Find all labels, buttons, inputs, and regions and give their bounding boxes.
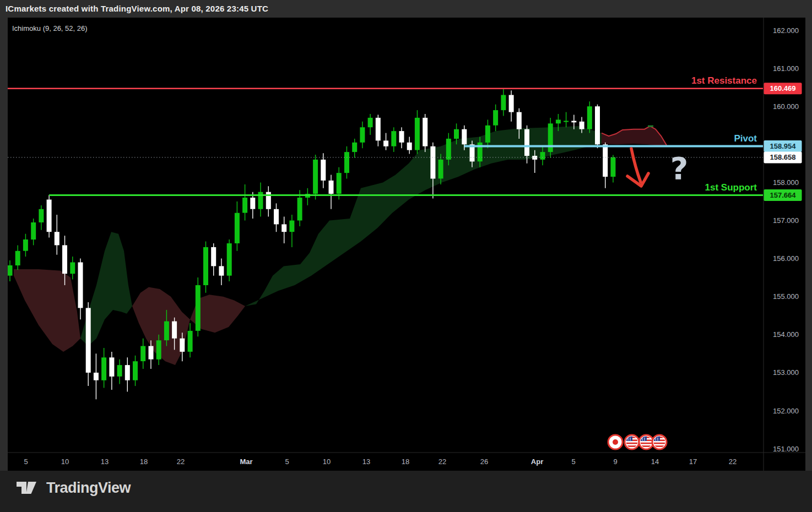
x-axis-tick: 22 (177, 457, 185, 466)
candle (266, 186, 271, 216)
candle (227, 239, 232, 281)
x-axis-tick: 9 (613, 457, 617, 466)
candle (31, 219, 36, 245)
price-chart: 162.000161.000160.000158.000157.000156.0… (8, 18, 805, 471)
candle (399, 127, 404, 148)
candle (587, 101, 592, 133)
candle (493, 105, 498, 131)
candle (55, 215, 59, 255)
candle (595, 105, 600, 149)
candle (203, 242, 208, 293)
candle (258, 182, 263, 216)
candle (368, 114, 373, 135)
candle (321, 153, 326, 188)
y-axis-tick: 155.000 (773, 292, 799, 301)
candle (196, 277, 201, 336)
axes[interactable]: 162.000161.000160.000158.000157.000156.0… (8, 18, 805, 471)
candle (8, 260, 13, 281)
candle (383, 133, 388, 150)
tradingview-logo-icon (14, 476, 40, 499)
x-axis-tick: 18 (140, 457, 148, 466)
candle (47, 195, 52, 237)
us-flag-icon[interactable] (639, 435, 653, 449)
candle (117, 360, 122, 384)
cloud-segment-maroon (14, 269, 80, 352)
resistance-label: 1st Resistance (691, 75, 757, 86)
candle (23, 234, 28, 257)
svg-text:158.658: 158.658 (770, 153, 796, 161)
y-axis-tick: 152.000 (773, 407, 799, 415)
snapshot-title: ICmarkets created with TradingView.com, … (6, 0, 268, 18)
candle (125, 357, 130, 391)
candle (235, 201, 240, 251)
candle (211, 243, 216, 276)
svg-text:158.954: 158.954 (770, 142, 797, 150)
x-axis-tick: 5 (285, 457, 289, 466)
x-axis-tick: 17 (689, 457, 697, 466)
svg-text:157.664: 157.664 (770, 191, 797, 199)
candle (509, 90, 514, 122)
level-labels: 1st ResistancePivot1st Support (691, 75, 757, 193)
down-arrow-shaft (631, 149, 641, 182)
candle (133, 356, 138, 386)
ichimoku-cloud (14, 126, 667, 365)
candle (564, 112, 569, 128)
svg-text:160.469: 160.469 (770, 84, 796, 92)
candle (15, 245, 20, 270)
candle (407, 137, 412, 154)
last-price-price-badge: 158.658 (764, 151, 802, 163)
candle (289, 215, 294, 247)
jp-flag-icon[interactable] (608, 435, 622, 449)
x-axis-tick: Apr (531, 457, 543, 466)
x-axis-tick: 26 (480, 457, 488, 466)
candle (430, 143, 435, 199)
candle (423, 114, 427, 152)
support-price-badge: 157.664 (764, 189, 802, 201)
y-axis-tick: 161.000 (773, 64, 799, 73)
candle (344, 146, 349, 179)
candle (188, 323, 193, 357)
candle (352, 139, 357, 158)
tradingview-logo[interactable]: TradingView (14, 476, 131, 499)
candle (78, 259, 83, 320)
candle (415, 110, 420, 154)
annotations: ? (627, 149, 688, 186)
candle (101, 348, 106, 388)
candle (391, 127, 396, 152)
x-axis-tick: 10 (61, 457, 69, 466)
candle (86, 302, 91, 386)
y-axis-tick: 157.000 (773, 216, 799, 225)
candle (603, 143, 608, 188)
candle (39, 205, 44, 230)
candle (109, 352, 114, 390)
candle (360, 122, 365, 148)
candle (140, 339, 145, 369)
snapshot-header-bar: ICmarkets created with TradingView.com, … (0, 0, 812, 18)
candle (305, 188, 310, 205)
pivot-price-badge: 158.954 (764, 140, 802, 152)
economic-event-flags[interactable] (608, 435, 667, 449)
candle (610, 155, 615, 183)
x-axis-tick: 10 (323, 457, 331, 466)
us-flag-icon[interactable] (625, 435, 639, 449)
resistance-price-badge: 160.469 (764, 83, 802, 94)
candle (548, 118, 553, 158)
footer-bar: TradingView (0, 471, 812, 512)
candle (329, 175, 334, 209)
candle (94, 353, 99, 399)
us-flag-icon[interactable] (652, 435, 667, 449)
y-axis-tick: 156.000 (773, 254, 799, 263)
x-axis-tick: 5 (571, 457, 575, 466)
candle (274, 203, 279, 232)
y-axis-tick: 158.000 (773, 178, 799, 187)
candle (219, 259, 224, 285)
support-label: 1st Support (705, 182, 757, 193)
y-axis-tick: 151.000 (773, 445, 799, 453)
candle (501, 89, 506, 116)
x-axis-tick: Mar (240, 457, 252, 466)
candle (70, 257, 75, 280)
x-axis-tick: 14 (651, 457, 659, 466)
tradingview-snapshot: ICmarkets created with TradingView.com, … (0, 0, 812, 512)
y-axis-tick: 154.000 (773, 330, 799, 339)
x-axis-tick: 13 (362, 457, 370, 466)
